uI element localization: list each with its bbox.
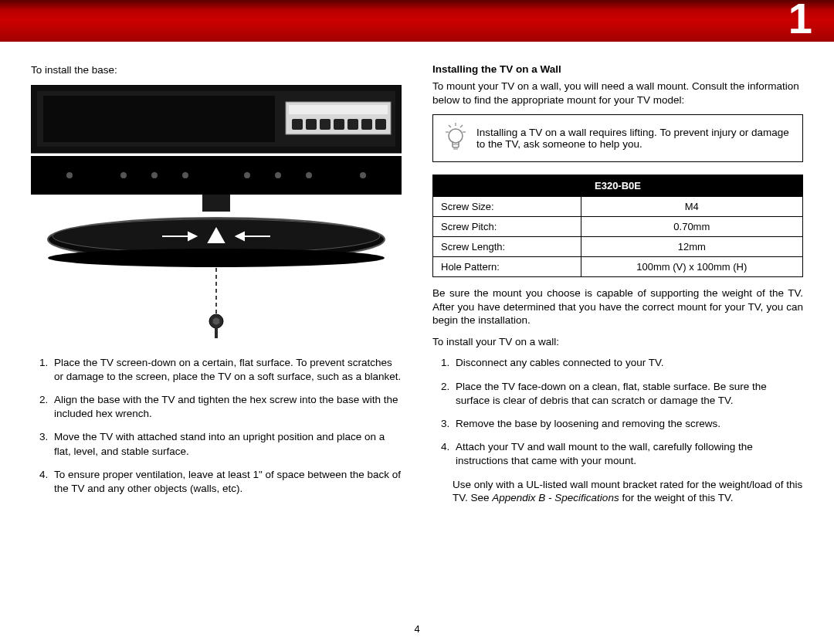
page-content: To install the base: xyxy=(0,42,834,513)
svg-rect-6 xyxy=(306,119,317,130)
svg-rect-21 xyxy=(202,195,230,212)
list-item: Attach your TV and wall mount to the wal… xyxy=(453,440,803,468)
spec-value: 12mm xyxy=(581,237,802,257)
svg-point-19 xyxy=(306,172,312,178)
svg-rect-7 xyxy=(320,119,331,130)
left-column: To install the base: xyxy=(31,63,402,513)
spec-label: Screw Pitch: xyxy=(433,217,581,237)
table-row: Screw Length: 12mm xyxy=(433,237,803,257)
svg-point-17 xyxy=(244,172,250,178)
wall-mount-intro: To mount your TV on a wall, you will nee… xyxy=(432,80,803,107)
list-item: To ensure proper ventilation, leave at l… xyxy=(51,468,402,496)
base-install-diagram xyxy=(31,85,402,340)
list-item: Disconnect any cables connected to your … xyxy=(453,356,803,370)
spec-label: Screw Length: xyxy=(433,237,581,257)
specs-table: E320-B0E Screw Size: M4 Screw Pitch: 0.7… xyxy=(432,175,803,277)
section-number: 1 xyxy=(788,0,812,42)
closing-italic: Appendix B - Specifications xyxy=(492,492,619,503)
svg-point-18 xyxy=(275,172,281,178)
header-band: 1 xyxy=(0,0,834,42)
spec-label: Hole Pattern: xyxy=(433,257,581,277)
table-header: E320-B0E xyxy=(433,175,803,197)
spec-value: M4 xyxy=(581,197,802,217)
wall-mount-heading: Installing the TV on a Wall xyxy=(432,63,803,75)
svg-line-36 xyxy=(460,125,463,127)
table-row: Hole Pattern: 100mm (V) x 100mm (H) xyxy=(433,257,803,277)
svg-rect-8 xyxy=(334,119,344,130)
right-steps-list: Disconnect any cables connected to your … xyxy=(432,356,803,468)
right-column: Installing the TV on a Wall To mount you… xyxy=(432,63,803,513)
left-steps-list: Place the TV screen-down on a certain, f… xyxy=(31,356,402,497)
svg-rect-10 xyxy=(361,119,372,130)
left-intro: To install the base: xyxy=(31,63,402,77)
svg-point-15 xyxy=(151,172,158,178)
closing-post: for the weight of this TV. xyxy=(619,492,734,503)
svg-line-35 xyxy=(449,125,451,127)
svg-rect-32 xyxy=(215,327,218,338)
after-table-para: Be sure the mount you choose is capable … xyxy=(432,286,803,327)
svg-point-13 xyxy=(66,172,73,178)
svg-rect-5 xyxy=(292,119,303,130)
closing-note: Use only with a UL-listed wall mount bra… xyxy=(453,478,803,505)
svg-point-14 xyxy=(120,172,127,178)
svg-rect-12 xyxy=(31,156,402,195)
list-item: Align the base with the TV and tighten t… xyxy=(51,393,402,421)
svg-point-20 xyxy=(360,172,366,178)
wall-list-intro: To install your TV on a wall: xyxy=(432,335,803,349)
svg-rect-4 xyxy=(289,105,388,114)
spec-value: 0.70mm xyxy=(581,217,802,237)
spec-label: Screw Size: xyxy=(433,197,581,217)
table-row: Screw Size: M4 xyxy=(433,197,803,217)
svg-point-39 xyxy=(449,129,463,143)
svg-rect-9 xyxy=(348,119,358,130)
tip-callout: Installing a TV on a wall requires lifti… xyxy=(432,114,803,162)
svg-rect-2 xyxy=(43,96,275,142)
list-item: Move the TV with attached stand into an … xyxy=(51,430,402,458)
table-row: Screw Pitch: 0.70mm xyxy=(433,217,803,237)
page-number: 4 xyxy=(0,623,834,635)
tip-text: Installing a TV on a wall requires lifti… xyxy=(476,127,792,150)
svg-rect-11 xyxy=(375,119,386,130)
list-item: Place the TV screen-down on a certain, f… xyxy=(51,356,402,384)
spec-value: 100mm (V) x 100mm (H) xyxy=(581,257,802,277)
lightbulb-icon xyxy=(444,123,467,154)
svg-point-16 xyxy=(182,172,188,178)
list-item: Remove the base by loosening and removin… xyxy=(453,417,803,431)
list-item: Place the TV face-down on a clean, flat,… xyxy=(453,380,803,408)
